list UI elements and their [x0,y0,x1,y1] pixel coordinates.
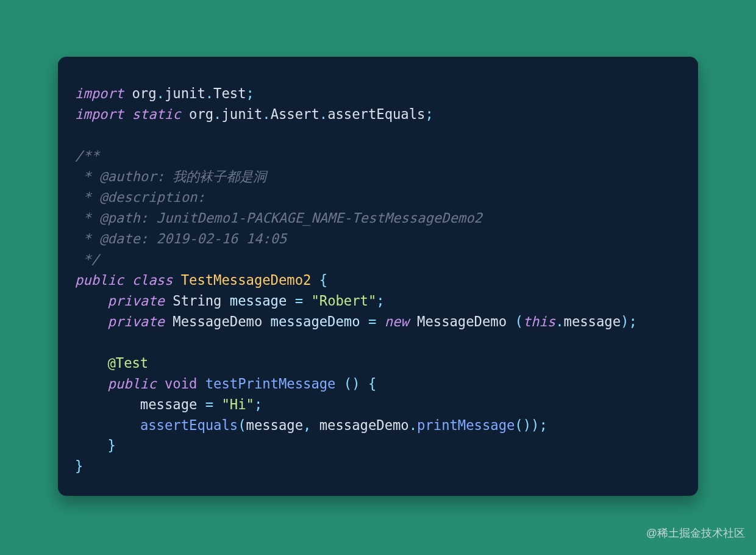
code-token: . [157,85,165,101]
code-token: message [246,417,304,433]
code-token: TestMessageDemo2 [181,272,312,288]
code-token: testPrintMessage [205,376,336,392]
code-token: messageDemo [271,313,360,329]
code-token [376,313,384,329]
code-token: assertEquals [327,106,425,122]
code-token: @Test [107,355,148,371]
code-token: ; [539,417,547,433]
code-token: { [319,272,327,288]
code-token [75,437,107,453]
code-token: . [555,313,563,329]
code-token: . [409,417,417,433]
code-token [157,376,165,392]
code-token: "Robert" [311,293,376,309]
code-token [360,313,368,329]
code-token [335,376,343,392]
code-token: ; [254,396,262,412]
code-token: void [165,376,197,392]
code-token [213,396,221,412]
code-token: org [181,106,213,122]
code-token: * @description: [75,189,205,205]
code-token: * @date: 2019-02-16 14:05 [75,231,287,246]
code-token [75,313,107,329]
code-token: "Hi" [221,396,254,412]
code-token: ( [344,376,352,392]
code-token: */ [75,251,99,267]
code-token: MessageDemo [409,313,515,329]
code-token: } [107,437,115,453]
code-token: ) [531,417,539,433]
code-token: ; [425,106,433,122]
watermark: @稀土掘金技术社区 [646,526,745,540]
code-token: class [132,272,173,288]
code-token [311,272,319,288]
code-token: messageDemo [311,417,408,433]
code-block: import org.junit.Test; import static org… [75,84,681,477]
code-token: private [107,313,165,329]
code-token [124,106,132,122]
code-token: import [75,106,124,122]
code-token: /** [75,148,99,163]
code-token: * @path: JunitDemo1-PACKAGE_NAME-TestMes… [75,210,482,226]
code-token: public [75,272,124,288]
code-token: import [75,85,124,101]
code-token [287,293,294,309]
code-token: = [205,396,213,412]
code-token: Assert [271,106,319,122]
code-token: { [368,376,376,392]
code-token: new [385,313,409,329]
code-token [75,355,107,371]
code-token [75,376,107,392]
code-token: , [303,417,311,433]
code-token: junit [165,85,205,101]
code-token: ; [629,313,637,329]
code-token: this [523,313,555,329]
code-token: ; [246,85,254,101]
code-token: ( [238,417,246,433]
code-token: . [213,106,221,122]
code-token: assertEquals [140,417,238,433]
code-token: printMessage [417,417,515,433]
code-token: ( [515,417,522,433]
code-token [173,272,180,288]
code-token: = [295,293,303,309]
code-token: public [107,376,156,392]
code-token: } [75,458,83,474]
code-token: message [564,313,621,329]
code-token [124,272,132,288]
code-token: . [205,85,213,101]
code-token: String [165,293,230,309]
code-token [303,293,311,309]
code-token: ) [621,313,629,329]
code-token: * @author: 我的袜子都是洞 [75,168,266,184]
code-token: private [107,293,165,309]
code-token: ; [376,293,384,309]
code-token: org [124,85,156,101]
code-token: ) [523,417,531,433]
code-token: junit [221,106,262,122]
code-token: . [319,106,327,122]
code-token: message [230,293,287,309]
code-card: import org.junit.Test; import static org… [58,57,698,496]
code-token: static [132,106,181,122]
code-token: ) [352,376,360,392]
code-token [197,376,205,392]
code-token: message [75,396,205,412]
code-token [75,417,140,433]
code-token: = [368,313,376,329]
code-token: MessageDemo [165,313,271,329]
code-token [75,293,107,309]
code-token: Test [213,85,246,101]
code-token: . [262,106,270,122]
code-token: ( [515,313,522,329]
code-token [360,376,368,392]
